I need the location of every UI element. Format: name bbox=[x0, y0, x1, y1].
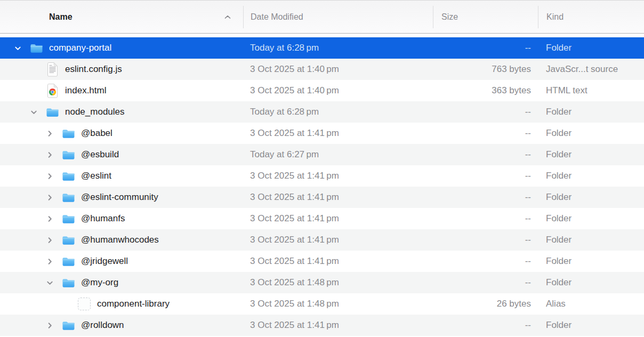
size-value: -- bbox=[433, 171, 538, 181]
file-row[interactable]: component-library 3 Oct 2025 at 1:48 pm … bbox=[0, 293, 644, 315]
date-modified-value: 3 Oct 2025 at 1:41 pm bbox=[243, 235, 433, 245]
date-modified-value: Today at 6:28 pm bbox=[243, 107, 433, 117]
file-name-label: eslint.config.js bbox=[65, 64, 122, 75]
disclosure-chevron-right-icon[interactable] bbox=[45, 251, 54, 272]
kind-value: Folder bbox=[538, 256, 644, 267]
column-header-name-label: Name bbox=[49, 12, 73, 22]
file-row[interactable]: index.html 3 Oct 2025 at 1:40 pm 363 byt… bbox=[0, 80, 644, 101]
file-row[interactable]: @esbuild Today at 6:27 pm -- Folder bbox=[0, 144, 644, 165]
indent-spacer bbox=[0, 283, 45, 283]
disclosure-chevron-icon bbox=[61, 293, 70, 315]
blue-folder-icon bbox=[29, 37, 43, 59]
blue-folder-icon bbox=[61, 144, 75, 165]
file-row[interactable]: @humanwhocodes 3 Oct 2025 at 1:41 pm -- … bbox=[0, 229, 644, 251]
file-name-label: @humanfs bbox=[81, 213, 125, 224]
blue-folder-icon bbox=[61, 251, 75, 272]
disclosure-chevron-down-icon[interactable] bbox=[29, 101, 38, 123]
date-modified-value: 3 Oct 2025 at 1:41 pm bbox=[243, 213, 433, 224]
blue-folder-icon bbox=[45, 101, 59, 123]
name-cell: @my-org bbox=[0, 272, 243, 293]
file-row[interactable]: @babel 3 Oct 2025 at 1:41 pm -- Folder bbox=[0, 123, 644, 144]
date-modified-value: 3 Oct 2025 at 1:41 pm bbox=[243, 320, 433, 331]
column-header-size-label: Size bbox=[441, 12, 458, 22]
blue-folder-icon bbox=[61, 272, 75, 293]
file-row[interactable]: company-portal Today at 6:28 pm -- Folde… bbox=[0, 37, 644, 59]
file-name-label: @eslint bbox=[81, 171, 111, 181]
kind-value: Folder bbox=[538, 213, 644, 224]
disclosure-chevron-right-icon[interactable] bbox=[45, 123, 54, 144]
disclosure-chevron-right-icon[interactable] bbox=[45, 165, 54, 187]
date-modified-value: 3 Oct 2025 at 1:41 pm bbox=[243, 171, 433, 181]
blue-folder-icon bbox=[61, 123, 75, 144]
disclosure-chevron-right-icon[interactable] bbox=[45, 144, 54, 165]
kind-value: Folder bbox=[538, 171, 644, 181]
disclosure-chevron-right-icon[interactable] bbox=[45, 208, 54, 229]
file-row[interactable]: @my-org 3 Oct 2025 at 1:48 pm -- Folder bbox=[0, 272, 644, 293]
file-row[interactable]: @eslint 3 Oct 2025 at 1:41 pm -- Folder bbox=[0, 165, 644, 187]
file-name-label: @eslint-community bbox=[81, 192, 158, 203]
name-cell: @esbuild bbox=[0, 144, 243, 165]
size-value: -- bbox=[433, 235, 538, 245]
disclosure-chevron-down-icon[interactable] bbox=[45, 272, 54, 293]
indent-spacer bbox=[0, 304, 61, 304]
name-cell: @humanfs bbox=[0, 208, 243, 229]
size-value: 763 bytes bbox=[433, 64, 538, 75]
date-modified-value: 3 Oct 2025 at 1:40 pm bbox=[243, 85, 433, 96]
kind-value: Folder bbox=[538, 277, 644, 288]
date-modified-value: 3 Oct 2025 at 1:48 pm bbox=[243, 277, 433, 288]
name-cell: @babel bbox=[0, 123, 243, 144]
file-name-label: @humanwhocodes bbox=[81, 235, 159, 245]
column-header-kind[interactable]: Kind bbox=[538, 1, 644, 33]
file-name-label: @esbuild bbox=[81, 149, 119, 160]
dashed-alias-box-icon bbox=[77, 293, 91, 315]
file-row[interactable]: node_modules Today at 6:28 pm -- Folder bbox=[0, 101, 644, 123]
blue-folder-icon bbox=[61, 315, 75, 336]
indent-spacer bbox=[0, 48, 13, 49]
kind-value: Alias bbox=[538, 299, 644, 309]
file-name-label: @rolldown bbox=[81, 320, 124, 331]
file-name-label: @my-org bbox=[81, 277, 118, 288]
kind-value: Folder bbox=[538, 149, 644, 160]
file-name-label: index.html bbox=[65, 85, 106, 96]
column-header-date-modified[interactable]: Date Modified bbox=[244, 1, 433, 33]
finder-list-view: Name Date Modified Size Kind company-por… bbox=[0, 0, 644, 337]
alias-placeholder-icon bbox=[78, 298, 91, 310]
text-document-icon bbox=[45, 59, 59, 80]
date-modified-value: 3 Oct 2025 at 1:41 pm bbox=[243, 256, 433, 267]
file-row[interactable]: @eslint-community 3 Oct 2025 at 1:41 pm … bbox=[0, 187, 644, 208]
sort-ascending-icon bbox=[224, 14, 231, 20]
file-row[interactable]: @humanfs 3 Oct 2025 at 1:41 pm -- Folder bbox=[0, 208, 644, 229]
name-cell: component-library bbox=[0, 293, 243, 315]
disclosure-chevron-right-icon[interactable] bbox=[45, 187, 54, 208]
indent-spacer bbox=[0, 176, 45, 176]
indent-spacer bbox=[0, 69, 29, 70]
disclosure-chevron-right-icon[interactable] bbox=[45, 229, 54, 251]
disclosure-chevron-down-icon[interactable] bbox=[13, 37, 22, 59]
disclosure-chevron-icon bbox=[29, 80, 38, 101]
blue-folder-icon bbox=[61, 165, 75, 187]
file-row[interactable]: @jridgewell 3 Oct 2025 at 1:41 pm -- Fol… bbox=[0, 251, 644, 272]
indent-spacer bbox=[0, 112, 29, 113]
chrome-html-document-icon bbox=[45, 80, 59, 101]
indent-spacer bbox=[0, 240, 45, 240]
size-value: -- bbox=[433, 43, 538, 53]
kind-value: Folder bbox=[538, 128, 644, 139]
file-name-label: node_modules bbox=[65, 107, 125, 117]
column-header-name[interactable]: Name bbox=[0, 1, 243, 33]
size-value: -- bbox=[433, 192, 538, 203]
indent-spacer bbox=[0, 219, 45, 219]
indent-spacer bbox=[0, 197, 45, 198]
file-row[interactable]: @rolldown 3 Oct 2025 at 1:41 pm -- Folde… bbox=[0, 315, 644, 336]
file-row[interactable]: eslint.config.js 3 Oct 2025 at 1:40 pm 7… bbox=[0, 59, 644, 80]
column-header-size[interactable]: Size bbox=[433, 1, 538, 33]
date-modified-value: 3 Oct 2025 at 1:40 pm bbox=[243, 64, 433, 75]
kind-value: Folder bbox=[538, 320, 644, 331]
column-header-kind-label: Kind bbox=[546, 12, 564, 22]
disclosure-chevron-right-icon[interactable] bbox=[45, 315, 54, 336]
indent-spacer bbox=[0, 325, 45, 326]
date-modified-value: 3 Oct 2025 at 1:48 pm bbox=[243, 299, 433, 309]
file-name-label: @babel bbox=[81, 128, 112, 139]
size-value: 363 bytes bbox=[433, 85, 538, 96]
name-cell: @eslint-community bbox=[0, 187, 243, 208]
name-cell: @eslint bbox=[0, 165, 243, 187]
